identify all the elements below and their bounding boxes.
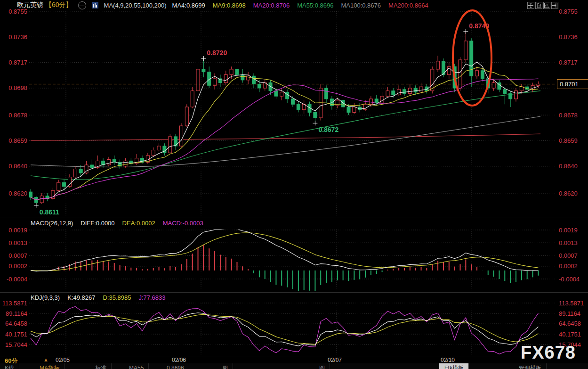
date-label: 02/07	[328, 357, 342, 363]
svg-text:0.0002: 0.0002	[559, 262, 578, 270]
time-axis-bar: 60分 ▲ 02/0502/0602/0702/10	[0, 356, 588, 364]
bottom-tab[interactable]: K线	[0, 363, 19, 369]
svg-text:0.8717: 0.8717	[559, 59, 578, 66]
zoom-axis-left-icon[interactable]	[535, 2, 542, 9]
svg-text:0.0007: 0.0007	[8, 252, 27, 259]
date-label: 02/10	[441, 357, 455, 363]
svg-text:15.7044: 15.7044	[5, 341, 27, 348]
bottom-tab[interactable]: MA指标	[35, 363, 64, 369]
svg-text:64.6458: 64.6458	[559, 320, 581, 327]
ma-value-label: MA20:0.8706	[253, 2, 290, 9]
svg-text:-0.0004: -0.0004	[7, 276, 27, 283]
macd-diff-value: DIFF:0.0000	[81, 220, 114, 227]
macd-title: MACD(26,12,9)	[31, 220, 73, 227]
ma-values: MA4:0.8699MA9:0.8698MA20:0.8706MA55:0.86…	[172, 2, 428, 9]
mini-chart-icon[interactable]	[92, 2, 98, 8]
svg-text:0.0007: 0.0007	[559, 252, 578, 259]
svg-text:0.8620: 0.8620	[559, 190, 578, 197]
macd-dea-value: DEA:0.0002	[122, 220, 155, 227]
crosshair-icon[interactable]	[527, 2, 534, 9]
watermark: FX678	[521, 343, 576, 363]
svg-text:0.8698: 0.8698	[8, 84, 27, 91]
svg-text:0.8640: 0.8640	[559, 163, 578, 170]
svg-text:64.6458: 64.6458	[5, 320, 27, 327]
collapse-icon[interactable]: —	[78, 1, 86, 9]
svg-text:0.8736: 0.8736	[8, 33, 27, 41]
svg-text:40.1751: 40.1751	[559, 331, 581, 338]
svg-text:0.8717: 0.8717	[8, 59, 27, 66]
svg-text:113.5871: 113.5871	[559, 300, 584, 307]
bottom-tab-bar: K线MA指标标准MA550.8696周图日k模板管理模板	[0, 363, 588, 369]
svg-text:-0.0004: -0.0004	[559, 276, 580, 283]
svg-text:0.8720: 0.8720	[207, 49, 227, 57]
trading-chart-app: 0.87200.87400.86720.86110.87550.87550.87…	[0, 0, 588, 369]
ma-value-label: MA100:0.8676	[341, 2, 381, 9]
timeframe-arrow-icon[interactable]: ▲	[43, 357, 48, 362]
bottom-tab[interactable]: MA55	[124, 363, 149, 369]
svg-text:0.0013: 0.0013	[559, 239, 578, 246]
bottom-tab[interactable]: 图	[314, 363, 330, 369]
svg-text:0.8659: 0.8659	[8, 137, 27, 144]
ma-value-label: MA9:0.8698	[213, 2, 246, 9]
svg-text:0.0019: 0.0019	[8, 227, 27, 234]
date-label: 02/06	[172, 357, 186, 363]
chart-canvas[interactable]: 0.87200.87400.86720.86110.87550.87550.87…	[0, 0, 588, 369]
svg-text:0.8659: 0.8659	[559, 137, 578, 144]
svg-text:0.8620: 0.8620	[8, 190, 27, 197]
kdj-d-value: D:35.8985	[103, 294, 131, 301]
ma-value-label: MA4:0.8699	[172, 2, 205, 9]
ma-value-label: MA55:0.8696	[297, 2, 333, 9]
svg-text:0.0002: 0.0002	[8, 262, 27, 270]
kdj-header: KDJ(9,3,3) K:49.8267 D:35.8985 J:77.6833	[31, 293, 166, 302]
svg-text:0.0013: 0.0013	[8, 239, 27, 246]
bottom-tab[interactable]: 0.8696	[162, 363, 189, 369]
ma-group-label: MA(4,9,20,55,100,200)	[104, 2, 167, 9]
divider	[70, 356, 70, 364]
svg-text:0.8678: 0.8678	[559, 112, 578, 119]
macd-header: MACD(26,12,9) DIFF:0.0000 DEA:0.0002 MAC…	[31, 219, 203, 227]
macd-macd-value: MACD:-0.0003	[163, 220, 203, 227]
svg-text:0.8678: 0.8678	[8, 112, 27, 119]
bottom-tab[interactable]: 周	[217, 363, 233, 369]
svg-text:40.1751: 40.1751	[5, 331, 27, 338]
kdj-k-value: K:49.8267	[67, 294, 95, 301]
svg-text:0.8640: 0.8640	[8, 163, 27, 170]
svg-text:89.1164: 89.1164	[559, 310, 580, 317]
symbol-title: 欧元英镑	[17, 1, 43, 9]
ma-value-label: MA200:0.8664	[388, 2, 428, 9]
window-toolbar	[527, 2, 558, 9]
period-label: 【60分】	[45, 1, 72, 9]
zoom-axis-bottom-icon[interactable]	[543, 2, 550, 9]
chart-header: 欧元英镑 【60分】 — MA(4,9,20,55,100,200) MA4:0…	[0, 0, 588, 10]
svg-text:0.8611: 0.8611	[40, 208, 59, 216]
bottom-tab[interactable]: 管理模板	[514, 363, 547, 369]
date-label: 02/05	[56, 357, 70, 363]
last-price-tag: 0.8701	[557, 79, 588, 89]
panel-separator	[0, 218, 588, 218]
bottom-tab[interactable]: 日k模板	[439, 363, 469, 369]
kdj-j-value: J:77.6833	[138, 294, 165, 301]
svg-text:89.1164: 89.1164	[6, 310, 27, 317]
svg-text:0.8736: 0.8736	[559, 33, 578, 41]
panel-separator	[0, 292, 588, 293]
svg-text:113.5871: 113.5871	[2, 300, 27, 307]
svg-text:0.8672: 0.8672	[318, 126, 338, 133]
svg-text:0.0019: 0.0019	[559, 227, 578, 234]
kdj-title: KDJ(9,3,3)	[31, 294, 60, 301]
zoom-axis-right-icon[interactable]	[551, 2, 558, 9]
bottom-tab[interactable]: 标准	[90, 363, 112, 369]
